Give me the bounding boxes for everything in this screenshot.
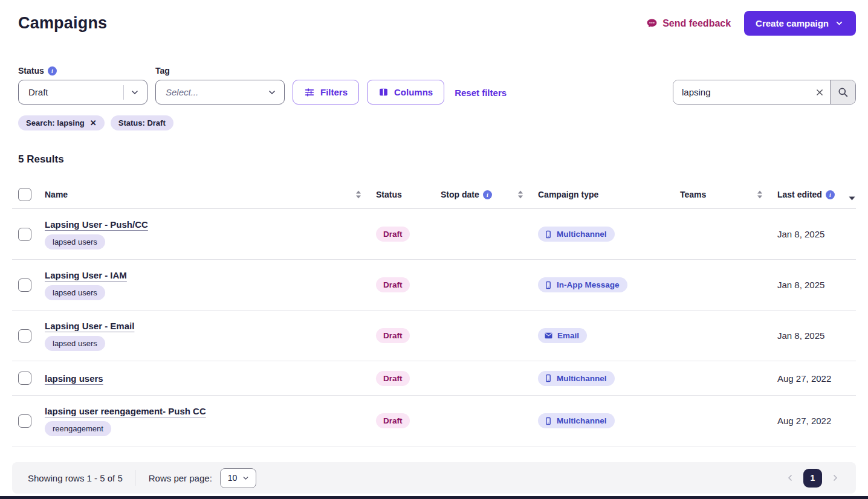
last-edited-cell: Jan 8, 2025	[777, 229, 847, 239]
campaign-tag-pill: lapsed users	[45, 234, 105, 250]
tag-select[interactable]: Select...	[155, 80, 285, 105]
search-input[interactable]	[673, 80, 809, 104]
chevron-down-icon	[267, 88, 277, 97]
pagination: 1	[785, 469, 840, 488]
teams-column-label: Teams	[680, 190, 706, 199]
last-edited-cell: Jan 8, 2025	[777, 330, 847, 341]
campaign-type-badge: Multichannel	[538, 413, 615, 428]
showing-rows-text: Showing rows 1 - 5 of 5	[28, 473, 123, 483]
campaign-tag-pill: reengagement	[45, 421, 111, 436]
column-header-teams[interactable]: Teams	[680, 190, 777, 199]
send-feedback-label: Send feedback	[662, 18, 731, 29]
row-checkbox[interactable]	[18, 414, 31, 428]
table-row: lapsing users Draft Multichannel Aug 27,…	[12, 361, 856, 396]
page-number-button[interactable]: 1	[803, 469, 822, 488]
campaign-name-link[interactable]: Lapsing User - Push/CC	[45, 219, 148, 230]
status-label-text: Status	[18, 66, 44, 76]
reset-filters-link[interactable]: Reset filters	[455, 88, 507, 98]
previous-page-icon[interactable]	[785, 473, 795, 483]
status-field-label: Status i	[18, 66, 147, 76]
campaign-name-link[interactable]: Lapsing User - Email	[45, 321, 134, 331]
rows-per-page-select[interactable]: 10	[220, 468, 257, 488]
select-all-checkbox[interactable]	[18, 188, 31, 201]
rows-per-page-value: 10	[228, 473, 238, 483]
header-checkbox-cell	[12, 188, 45, 201]
columns-button[interactable]: Columns	[367, 80, 444, 105]
sort-direction-cell	[847, 193, 856, 197]
page-title: Campaigns	[18, 14, 107, 33]
envelope-icon	[544, 331, 553, 340]
status-badge: Draft	[376, 371, 410, 386]
filters-button[interactable]: Filters	[293, 80, 359, 105]
campaign-type-badge: Email	[538, 328, 587, 343]
status-badge: Draft	[376, 227, 410, 242]
create-campaign-button[interactable]: Create campaign	[744, 11, 856, 36]
stop-date-column-label: Stop date	[441, 190, 479, 199]
campaign-type-badge: Multichannel	[538, 371, 615, 386]
search-icon	[837, 86, 849, 98]
top-bar: Campaigns Send feedback Create campaign	[12, 0, 856, 36]
mobile-icon	[544, 374, 552, 382]
last-edited-cell: Jan 8, 2025	[777, 280, 847, 290]
chat-bubble-icon	[646, 18, 658, 29]
sort-icon[interactable]	[517, 190, 523, 199]
column-header-stop-date[interactable]: Stop date i	[441, 190, 538, 199]
search-group	[673, 80, 856, 105]
top-actions: Send feedback Create campaign	[646, 11, 856, 36]
column-header-status[interactable]: Status	[376, 190, 441, 199]
last-edited-info-icon[interactable]: i	[826, 190, 835, 199]
sort-icon[interactable]	[355, 190, 361, 199]
table-row: Lapsing User - Push/CC lapsed users Draf…	[12, 209, 856, 260]
campaign-tag-pill: lapsed users	[45, 285, 105, 300]
campaign-type-label: Multichannel	[557, 416, 607, 425]
search-chip-label: Search: lapsing	[26, 118, 85, 127]
row-checkbox[interactable]	[18, 278, 31, 292]
column-header-name[interactable]: Name	[45, 190, 376, 199]
status-chip-label: Status: Draft	[118, 118, 166, 127]
remove-search-filter-icon[interactable]: ✕	[90, 119, 97, 127]
search-button[interactable]	[830, 80, 855, 104]
send-feedback-link[interactable]: Send feedback	[646, 18, 731, 29]
last-edited-column-label: Last edited	[777, 190, 822, 199]
status-column-label: Status	[376, 190, 402, 199]
last-edited-cell: Aug 27, 2022	[777, 416, 847, 426]
footer-divider	[135, 470, 135, 486]
tag-label-text: Tag	[155, 66, 170, 76]
campaigns-table: Name Status Stop date i Campaign type	[12, 181, 856, 446]
filters-button-label: Filters	[320, 87, 348, 97]
tag-select-placeholder: Select...	[166, 87, 267, 97]
mobile-icon	[544, 281, 552, 289]
status-filter-chip: Status: Draft	[111, 115, 173, 130]
chevron-down-icon	[130, 88, 140, 97]
table-row: Lapsing User - IAM lapsed users Draft In…	[12, 260, 856, 311]
row-checkbox[interactable]	[18, 228, 31, 241]
sort-icon[interactable]	[757, 190, 763, 199]
status-badge: Draft	[376, 328, 410, 343]
status-field: Status i Draft	[18, 66, 147, 105]
table-row: lapsing user reengagement- Push CC reeng…	[12, 396, 856, 446]
row-checkbox[interactable]	[18, 372, 31, 385]
active-filter-chips: Search: lapsing ✕ Status: Draft	[18, 115, 856, 130]
chevron-down-icon	[242, 474, 250, 482]
campaign-type-label: In-App Message	[557, 280, 620, 289]
search-clear-button[interactable]	[809, 80, 830, 104]
campaign-name-link[interactable]: lapsing users	[45, 373, 103, 384]
column-header-last-edited[interactable]: Last edited i	[777, 190, 847, 199]
status-select[interactable]: Draft	[18, 80, 147, 105]
columns-button-label: Columns	[394, 87, 433, 97]
next-page-icon[interactable]	[831, 473, 840, 483]
sort-descending-icon[interactable]	[849, 193, 855, 197]
row-checkbox[interactable]	[18, 329, 31, 343]
status-info-icon[interactable]: i	[48, 66, 57, 76]
column-header-campaign-type[interactable]: Campaign type	[538, 190, 680, 199]
mobile-icon	[544, 417, 552, 425]
select-divider	[123, 85, 124, 100]
stop-date-info-icon[interactable]: i	[483, 190, 492, 199]
name-column-label: Name	[45, 190, 68, 199]
campaign-name-link[interactable]: lapsing user reengagement- Push CC	[45, 406, 206, 416]
campaign-type-badge: Multichannel	[538, 227, 615, 242]
campaign-type-label: Multichannel	[557, 374, 607, 383]
status-badge: Draft	[376, 413, 410, 428]
campaign-name-link[interactable]: Lapsing User - IAM	[45, 270, 127, 280]
rows-per-page-label: Rows per page:	[149, 473, 212, 483]
